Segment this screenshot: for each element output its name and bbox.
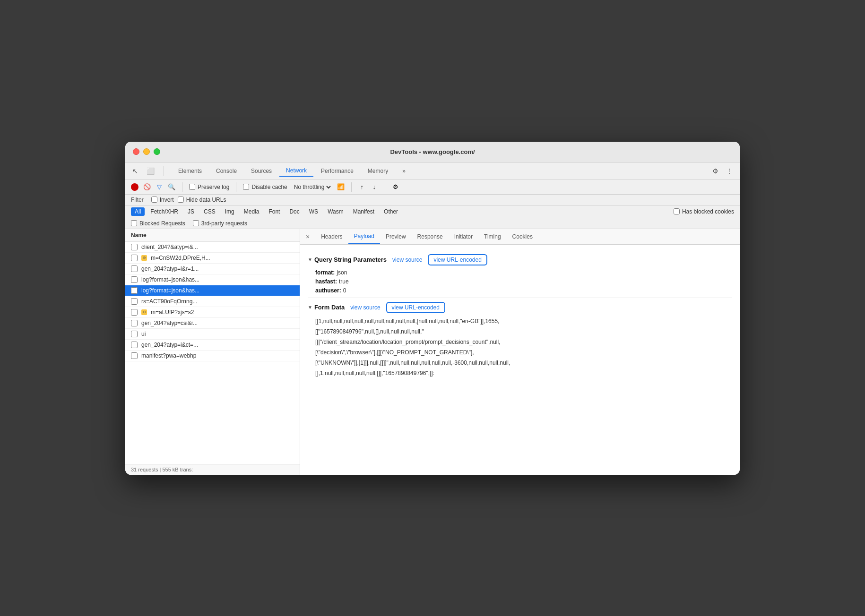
main-toolbar: ↖ ⬜ Elements Console Sources Network Per… [125,163,740,180]
tab-preview[interactable]: Preview [380,230,412,244]
hide-data-urls-label[interactable]: Hide data URLs [178,197,226,203]
filter-js[interactable]: JS [184,207,198,216]
list-item[interactable]: ⊙ m=aLUfP?xjs=s2 [125,307,300,318]
list-item[interactable]: gen_204?atyp=i&ct=... [125,340,300,351]
filter-wasm[interactable]: Wasm [324,207,347,216]
item-checkbox[interactable] [131,298,138,305]
filter-blocked-bar: Blocked Requests 3rd-party requests [125,218,740,229]
block-icon[interactable]: 🚫 [143,183,151,191]
form-view-url-encoded-link[interactable]: view URL-encoded [386,302,445,313]
list-item[interactable]: ⊙ m=CnSW2d,DPreE,H... [125,253,300,264]
filter-img[interactable]: Img [221,207,238,216]
preserve-log-checkbox[interactable] [189,184,195,190]
window-title: DevTools - www.google.com/ [390,148,475,155]
list-item[interactable]: client_204?&atyp=i&... [125,242,300,253]
form-data-section-header: ▼ Form Data view source view URL-encoded [308,302,732,313]
item-checkbox[interactable] [131,320,138,326]
filter-fetch-xhr[interactable]: Fetch/XHR [147,207,182,216]
form-data-line-6: [],1,null,null,null,null,null,[]],"16578… [315,369,732,377]
filter-all[interactable]: All [131,207,145,216]
item-checkbox[interactable] [131,331,138,337]
item-checkbox[interactable] [131,276,138,283]
filter-font[interactable]: Font [265,207,284,216]
disable-cache-checkbox[interactable] [243,184,249,190]
tab-more[interactable]: » [396,166,412,176]
third-party-checkbox[interactable] [193,220,199,226]
main-tabs: Elements Console Sources Network Perform… [172,165,705,177]
filter-icon[interactable]: ▽ [156,183,163,191]
item-checkbox[interactable] [131,309,138,316]
filter-doc[interactable]: Doc [285,207,303,216]
maximize-button[interactable] [154,148,160,155]
form-view-source-link[interactable]: view source [350,304,380,311]
pointer-icon[interactable]: ↖ [131,166,139,176]
disable-cache-label[interactable]: Disable cache [243,184,287,190]
collapse-triangle[interactable]: ▼ [308,305,312,310]
list-item[interactable]: gen_204?atyp=csi&r... [125,318,300,329]
tab-elements[interactable]: Elements [172,166,208,176]
param-value: json [337,269,347,276]
tab-response[interactable]: Response [412,230,449,244]
list-item[interactable]: ui [125,329,300,340]
tab-headers[interactable]: Headers [315,230,348,244]
item-checkbox[interactable] [131,244,138,250]
settings-icon[interactable]: ⚙ [711,166,720,176]
tab-cookies[interactable]: Cookies [507,230,538,244]
tab-performance[interactable]: Performance [314,166,360,176]
record-button[interactable] [131,183,138,191]
param-key: format: [315,269,335,276]
list-item[interactable]: manifest?pwa=webhp [125,351,300,361]
network-settings-icon[interactable]: ⚙ [392,183,399,191]
form-data-line-5: [\"UNKNOWN\"]],[1]]],null,[]]]",null,nul… [315,359,732,367]
search-icon[interactable]: 🔍 [168,183,175,191]
tab-sources[interactable]: Sources [244,166,278,176]
filter-manifest[interactable]: Manifest [349,207,378,216]
upload-icon[interactable]: ↑ [358,183,366,191]
third-party-label[interactable]: 3rd-party requests [193,220,247,227]
blocked-requests-checkbox[interactable] [131,220,137,226]
invert-checkbox[interactable] [151,197,157,203]
wifi-icon[interactable]: 📶 [337,183,345,191]
divider [308,298,732,298]
filter-media[interactable]: Media [240,207,263,216]
list-item[interactable]: gen_204?atyp=i&r=1... [125,264,300,274]
sidebar-footer: 31 requests | 555 kB trans: [125,464,300,475]
item-checkbox[interactable] [131,287,138,294]
collapse-triangle[interactable]: ▼ [308,257,312,262]
filter-css[interactable]: CSS [200,207,219,216]
preserve-log-label[interactable]: Preserve log [189,184,229,190]
tab-initiator[interactable]: Initiator [449,230,478,244]
has-blocked-cookies-checkbox[interactable] [674,208,680,214]
separator [182,182,182,192]
blocked-requests-label[interactable]: Blocked Requests [131,220,185,227]
query-view-url-encoded-link[interactable]: view URL-encoded [428,254,487,265]
query-string-title: ▼ Query String Parameters [308,256,387,263]
close-button[interactable] [133,148,139,155]
tab-memory[interactable]: Memory [361,166,395,176]
minimize-button[interactable] [143,148,150,155]
more-icon[interactable]: ⋮ [725,166,734,176]
tab-payload[interactable]: Payload [348,229,380,244]
item-checkbox[interactable] [131,265,138,272]
tab-network[interactable]: Network [279,165,313,177]
list-item[interactable]: log?format=json&has... [125,274,300,285]
has-blocked-cookies-label[interactable]: Has blocked cookies [674,208,734,215]
device-icon[interactable]: ⬜ [145,166,156,176]
list-item-selected[interactable]: log?format=json&has... [125,285,300,296]
separator [351,182,352,192]
close-detail-button[interactable]: × [304,229,311,244]
item-checkbox[interactable] [131,255,138,261]
throttle-select[interactable]: No throttling [292,183,332,191]
list-item[interactable]: rs=ACT90oFqOrnng... [125,296,300,307]
tab-console[interactable]: Console [209,166,243,176]
download-icon[interactable]: ↓ [371,183,378,191]
item-checkbox[interactable] [131,342,138,348]
query-view-source-link[interactable]: view source [392,257,422,263]
hide-data-urls-checkbox[interactable] [178,197,184,203]
filter-ws[interactable]: WS [305,207,322,216]
filter-bar: Filter Invert Hide data URLs [125,195,740,205]
invert-label[interactable]: Invert [151,197,174,203]
filter-other[interactable]: Other [380,207,402,216]
tab-timing[interactable]: Timing [478,230,507,244]
item-checkbox[interactable] [131,352,138,359]
